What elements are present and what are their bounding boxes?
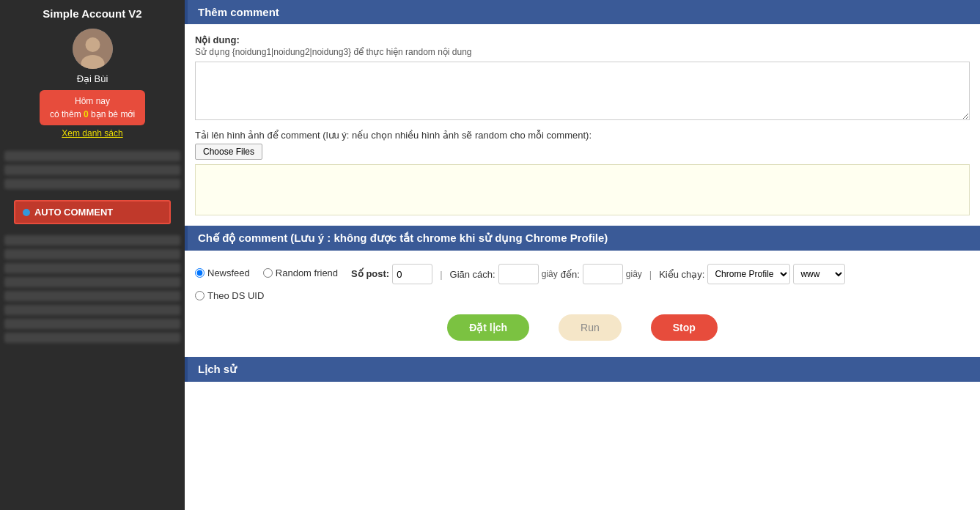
sidebar-blur-section [0, 147, 185, 193]
blur-row [4, 333, 180, 343]
user-name: Đại Bùi [77, 73, 108, 84]
so-post-input[interactable] [392, 264, 432, 284]
add-comment-header: Thêm comment [185, 0, 980, 24]
stop-button[interactable]: Stop [651, 314, 718, 341]
blur-row [4, 305, 180, 315]
den-label: đến: [561, 269, 580, 280]
radio-random-friend[interactable]: Random friend [263, 267, 338, 278]
choose-files-button[interactable]: Choose Files [195, 144, 262, 160]
gian-cach-to-input[interactable] [583, 264, 623, 284]
sidebar-blur-section-2 [0, 232, 185, 347]
history-title: Lịch sử [198, 363, 237, 375]
den-unit: giây [626, 269, 642, 279]
noi-dung-hint: Sử dụng {noidung1|noidung2|noidung3} để … [195, 47, 970, 57]
view-list-link[interactable]: Xem danh sách [62, 128, 122, 138]
run-button[interactable]: Run [559, 314, 622, 341]
so-post-label: Số post: [351, 268, 389, 279]
add-comment-title: Thêm comment [198, 6, 279, 18]
separator-2: | [649, 269, 652, 280]
radio-theo-ds-uid[interactable]: Theo DS UID [195, 290, 264, 301]
sidebar-title: Simple Account V2 [43, 7, 141, 20]
upload-label: Tải lên hình ảnh để comment (lưu ý: nếu … [195, 130, 970, 141]
add-comment-body: Nội dung: Sử dụng {noidung1|noidung2|noi… [185, 24, 980, 226]
blur-row [4, 291, 180, 301]
gian-cach-label: Giãn cách: [450, 269, 495, 280]
blur-row [4, 179, 180, 189]
blur-row [4, 249, 180, 259]
radio-theo-ds-uid-input[interactable] [195, 291, 205, 300]
friend-count: 0 [84, 109, 89, 119]
auto-comment-label: AUTO COMMENT [34, 207, 113, 218]
blur-row [4, 319, 180, 329]
mode-comment-header: Chế độ comment (Lưu ý : không được tắt c… [185, 226, 980, 251]
blur-row [4, 151, 180, 161]
mode-section-body: Newsfeed Random friend Số post: | Giãn c… [185, 251, 980, 357]
blur-row [4, 263, 180, 273]
history-body [185, 382, 980, 510]
mode-comment-title: Chế độ comment (Lưu ý : không được tắt c… [198, 232, 608, 244]
auto-comment-button[interactable]: AUTO COMMENT [14, 200, 171, 224]
kieu-chay-group: Kiểu chạy: Chrome Profile Cookie www mba… [659, 264, 845, 284]
avatar [73, 29, 113, 69]
gian-cach-from-input[interactable] [498, 264, 539, 284]
kieu-chay-label: Kiểu chạy: [659, 269, 704, 280]
radio-newsfeed[interactable]: Newsfeed [195, 267, 250, 278]
gian-cach-group: Giãn cách: giây đến: giây [450, 264, 642, 284]
main-content: Thêm comment Nội dung: Sử dụng {noidung1… [185, 0, 980, 510]
blur-row [4, 235, 180, 245]
radio-row-1: Newsfeed Random friend Số post: | Giãn c… [195, 261, 970, 284]
content-textarea[interactable] [195, 62, 970, 120]
radio-random-friend-input[interactable] [263, 268, 273, 278]
kieu-chay-select[interactable]: Chrome Profile Cookie [707, 264, 790, 284]
noi-dung-label: Nội dung: [195, 34, 970, 45]
actions-row: Đặt lịch Run Stop [195, 314, 970, 341]
friend-badge-line1: Hôm nay [50, 95, 135, 108]
radio-newsfeed-input[interactable] [195, 268, 205, 278]
upload-preview-area [195, 164, 970, 215]
history-header: Lịch sử [185, 357, 980, 382]
friend-badge: Hôm nay có thêm 0 bạn bè mới [40, 90, 145, 125]
separator-1: | [440, 269, 442, 280]
active-dot [23, 209, 30, 216]
controls-row: Số post: | Giãn cách: giây đến: giây | K… [351, 264, 845, 284]
www-select[interactable]: www mbasic [793, 264, 845, 284]
gian-cach-from-unit: giây [542, 269, 558, 279]
radio-row-2: Theo DS UID [195, 290, 970, 301]
svg-point-1 [85, 37, 100, 52]
friend-badge-line2: có thêm 0 bạn bè mới [50, 108, 135, 121]
so-post-group: Số post: [351, 264, 432, 284]
dat-lich-button[interactable]: Đặt lịch [447, 314, 529, 341]
blur-row [4, 165, 180, 175]
blur-row [4, 277, 180, 287]
sidebar: Simple Account V2 Đại Bùi Hôm nay có thê… [0, 0, 185, 510]
